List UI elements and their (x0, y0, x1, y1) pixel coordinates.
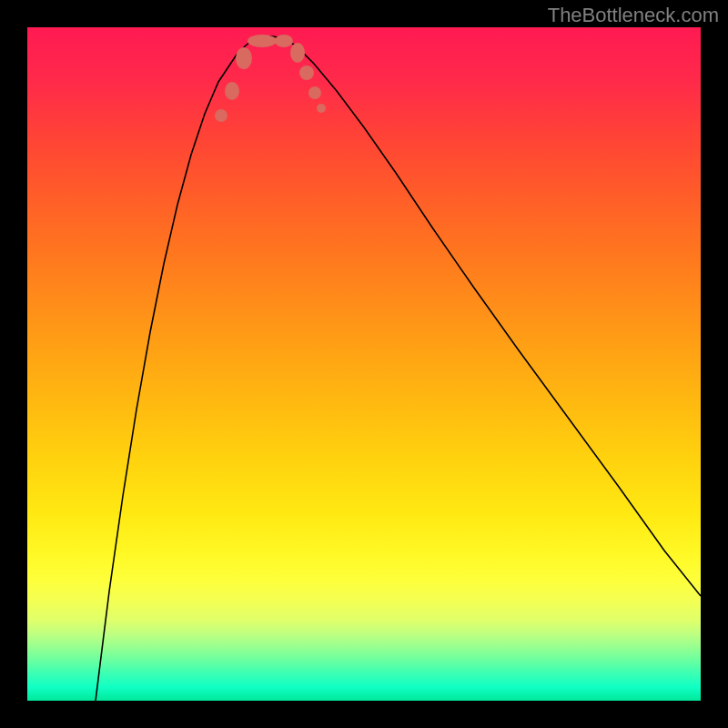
chart-svg (27, 27, 701, 701)
left-curve (96, 38, 255, 701)
watermark-text: TheBottleneck.com (548, 4, 719, 27)
right-curve (282, 38, 701, 596)
data-marker (290, 43, 305, 63)
data-marker (299, 66, 314, 80)
data-marker (275, 35, 293, 47)
data-marker (236, 47, 252, 69)
data-marker (215, 109, 228, 122)
data-marker (225, 82, 239, 100)
data-marker (248, 35, 277, 47)
markers-group (215, 35, 326, 122)
data-marker (308, 86, 321, 99)
data-marker (317, 104, 326, 113)
chart-plot-area (27, 27, 701, 701)
